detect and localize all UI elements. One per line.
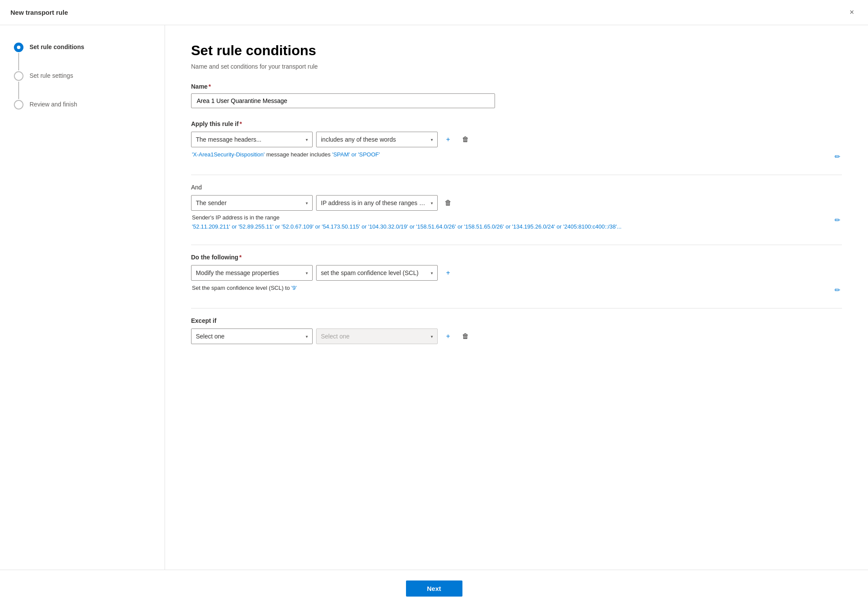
action1-dropdown2[interactable]: set the spam confidence level (SCL) ▾: [316, 265, 438, 281]
name-section: Name*: [191, 83, 842, 108]
window: New transport rule × Set rule conditions: [0, 0, 868, 607]
action1-plus-icon: +: [446, 269, 450, 277]
trash-icon: 🗑: [462, 136, 469, 143]
condition2-text-label: Sender's IP address is in the range: [191, 214, 829, 221]
condition1-text-row: 'X-Area1Security-Disposition' message he…: [191, 151, 842, 163]
condition2-content: Sender's IP address is in the range '52.…: [191, 214, 829, 232]
condition2-dropdown2[interactable]: IP address is in any of these ranges or …: [316, 195, 438, 211]
apply-rule-section: Apply this rule if* The message headers.…: [191, 120, 842, 163]
action1-text-row: Set the spam confidence level (SCL) to '…: [191, 284, 842, 296]
action1-dropdown2-chevron: ▾: [431, 271, 433, 275]
condition2-text-link: '52.11.209.211' or '52.89.255.11' or '52…: [191, 223, 829, 230]
except1-dropdown1[interactable]: Select one ▾: [191, 328, 313, 344]
action1-edit-button[interactable]: ✏: [833, 284, 842, 296]
plus-icon: +: [446, 136, 450, 143]
except1-dropdown2-chevron: ▾: [431, 334, 433, 339]
step-line-2: [18, 82, 19, 99]
condition2-dropdown1-text: The sender: [196, 199, 303, 206]
page-title: Set rule conditions: [191, 43, 842, 59]
condition2-edit-icon: ✏: [835, 216, 840, 224]
action1-dropdown-row: Modify the message properties ▾ set the …: [191, 265, 842, 281]
except1-dropdown1-text: Select one: [196, 333, 303, 340]
step-circle-2: [14, 71, 23, 81]
do-following-required-star: *: [239, 254, 241, 261]
step-connector-2: [14, 71, 23, 100]
except1-dropdown2-text: Select one: [321, 333, 428, 340]
do-following-section: Do the following* Modify the message pro…: [191, 254, 842, 296]
condition1-dropdown2-text: includes any of these words: [321, 136, 428, 143]
separator-3: [191, 308, 842, 308]
separator-2: [191, 245, 842, 245]
condition1-dropdown2-chevron: ▾: [431, 137, 433, 142]
action1-dropdown2-text: set the spam confidence level (SCL): [321, 269, 428, 276]
and-section: And The sender ▾ IP address is in any of…: [191, 184, 842, 232]
sidebar-item-review-finish[interactable]: Review and finish: [14, 100, 151, 109]
condition1-link2[interactable]: 'SPAM' or 'SPOOF': [332, 151, 380, 158]
action1-add-button[interactable]: +: [441, 266, 455, 280]
sidebar-item-set-conditions[interactable]: Set rule conditions: [14, 43, 151, 71]
close-button[interactable]: ×: [846, 6, 858, 19]
condition1-dropdown-row: The message headers... ▾ includes any of…: [191, 132, 842, 147]
condition1-dropdown1-text: The message headers...: [196, 136, 303, 143]
condition1-add-button[interactable]: +: [441, 133, 455, 146]
name-input[interactable]: [191, 93, 495, 108]
condition1-text-mid: message header includes: [266, 151, 332, 158]
action1-dropdown1[interactable]: Modify the message properties ▾: [191, 265, 313, 281]
except1-dropdown1-chevron: ▾: [306, 334, 308, 339]
condition2-text-row: Sender's IP address is in the range '52.…: [191, 214, 842, 232]
footer: Next: [0, 570, 868, 607]
condition2-edit-button[interactable]: ✏: [833, 214, 842, 226]
condition2-dropdown-row: The sender ▾ IP address is in any of the…: [191, 195, 842, 211]
step-line-1: [18, 53, 19, 70]
action1-link[interactable]: '9': [291, 285, 297, 291]
and-label: And: [191, 184, 842, 191]
condition1-dropdown1[interactable]: The message headers... ▾: [191, 132, 313, 147]
step-label-1: Set rule conditions: [30, 43, 84, 50]
except1-dropdown-row: Select one ▾ Select one ▾ + 🗑: [191, 328, 842, 344]
action1-dropdown1-chevron: ▾: [306, 271, 308, 275]
condition1-edit-button[interactable]: ✏: [833, 151, 842, 163]
step-connector-3: [14, 100, 23, 109]
condition2-link[interactable]: '52.11.209.211' or '52.89.255.11' or '52…: [192, 223, 621, 230]
action1-dropdown1-text: Modify the message properties: [196, 269, 303, 276]
window-title: New transport rule: [10, 9, 68, 16]
separator-1: [191, 175, 842, 175]
step-circle-1: [14, 43, 23, 52]
sidebar-item-set-settings[interactable]: Set rule settings: [14, 71, 151, 100]
next-button[interactable]: Next: [406, 580, 462, 597]
condition2-dropdown2-chevron: ▾: [431, 201, 433, 206]
do-following-label: Do the following*: [191, 254, 842, 261]
condition1-edit-icon: ✏: [835, 153, 840, 161]
main-layout: Set rule conditions Set rule settings Re…: [0, 25, 868, 570]
condition1-dropdown2[interactable]: includes any of these words ▾: [316, 132, 438, 147]
condition2-text-pre: Sender's IP address is in the range: [192, 214, 280, 221]
apply-rule-required-star: *: [240, 120, 242, 127]
except1-add-button[interactable]: +: [441, 329, 455, 343]
name-label: Name*: [191, 83, 842, 90]
except-if-section: Except if Select one ▾ Select one ▾ +: [191, 317, 842, 344]
page-subtitle: Name and set conditions for your transpo…: [191, 63, 842, 70]
condition1-content: 'X-Area1Security-Disposition' message he…: [191, 151, 829, 158]
title-bar: New transport rule ×: [0, 0, 868, 25]
except1-trash-icon: 🗑: [462, 332, 469, 340]
condition1-text: 'X-Area1Security-Disposition' message he…: [191, 151, 380, 158]
sidebar: Set rule conditions Set rule settings Re…: [0, 25, 165, 570]
condition1-delete-button[interactable]: 🗑: [459, 133, 472, 146]
except1-delete-button[interactable]: 🗑: [459, 329, 472, 343]
apply-rule-label: Apply this rule if*: [191, 120, 842, 127]
except1-plus-icon: +: [446, 332, 450, 340]
condition2-trash-icon: 🗑: [445, 199, 452, 207]
condition2-delete-button[interactable]: 🗑: [441, 196, 455, 210]
condition2-dropdown1[interactable]: The sender ▾: [191, 195, 313, 211]
condition1-link1[interactable]: 'X-Area1Security-Disposition': [192, 151, 265, 158]
action1-content: Set the spam confidence level (SCL) to '…: [191, 284, 829, 291]
name-required-star: *: [208, 83, 211, 90]
action1-edit-icon: ✏: [835, 286, 840, 294]
condition1-dropdown1-chevron: ▾: [306, 137, 308, 142]
action1-text: Set the spam confidence level (SCL) to '…: [191, 285, 297, 291]
step-label-3: Review and finish: [30, 100, 77, 108]
action1-text-pre: Set the spam confidence level (SCL) to: [192, 285, 291, 291]
except1-dropdown2: Select one ▾: [316, 328, 438, 344]
step-circle-3: [14, 100, 23, 109]
step-label-2: Set rule settings: [30, 71, 73, 79]
